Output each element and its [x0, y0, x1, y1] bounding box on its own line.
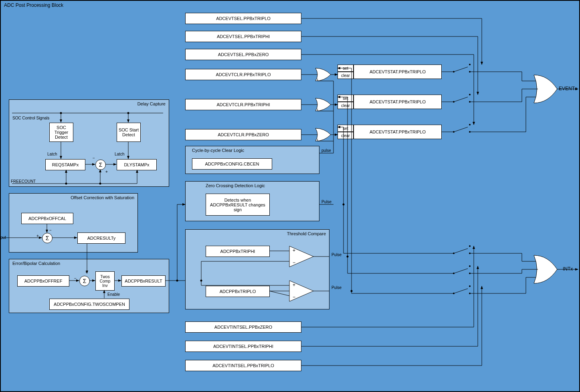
error-bipolar-title: Error/Bipolar Calculation: [12, 261, 60, 266]
pulse-label-2: Pulse: [321, 200, 331, 204]
zero-detect: Detects when ADCPPBxRESULT changes sign: [206, 194, 270, 216]
twos-comp-inv: Twos Comp Inv: [95, 271, 115, 291]
diagram-title: ADC Post Processing Block: [4, 2, 63, 8]
cycle-clear-title: Cycle-by-cycle Clear Logic: [192, 148, 244, 153]
twoscompen: ADCPPBxCONFIG.TWOSCOMPEN: [49, 299, 129, 310]
cbcen: ADCPPBxCONFIG.CBCEN: [192, 158, 272, 170]
svg-line-19: [454, 249, 468, 253]
eventx-output: EVENTx: [559, 86, 577, 91]
clear-label-2: clear: [337, 102, 354, 109]
minus-delay: −: [93, 156, 95, 160]
pulse-label-4: Pulse: [331, 285, 342, 290]
svg-point-6: [469, 64, 471, 65]
latch-1: Latch: [47, 152, 57, 156]
pulse-label-1: pulse: [321, 148, 331, 153]
adcresulty: ADCRESULTy: [77, 232, 125, 244]
plus-delay: +: [105, 170, 108, 174]
svg-point-21: [469, 273, 471, 274]
triphi: ADCPPBxTRIPHI: [206, 246, 270, 257]
svg-point-18: [469, 245, 471, 247]
sigma-error: Σ: [79, 276, 90, 286]
adc-post-processing-block: ADC Post Processing Block ADCEVTSEL.PPBx…: [0, 0, 580, 392]
adcppbxresult: ADCPPBxRESULT: [121, 275, 166, 287]
enable-label: Enable: [107, 292, 120, 297]
reg-adcevtclr-triplo: ADCEVTCLR.PPBxTRIPLO: [185, 69, 301, 80]
svg-point-20: [453, 273, 455, 274]
reqstamp: REQSTAMPx: [45, 159, 85, 170]
offset-correction-title: Offset Correction with Saturation: [71, 195, 134, 200]
svg-point-17: [469, 253, 471, 254]
svg-line-23: [454, 269, 468, 273]
reg-adcevtstat-2: ADCEVTSTAT.PPBxTRIPLO: [354, 95, 442, 109]
plus-error: +: [85, 270, 88, 274]
threshold-title: Threshold Compare: [287, 231, 326, 236]
svg-point-24: [453, 293, 455, 294]
plus-offset: +: [36, 234, 39, 238]
svg-point-5: [469, 71, 471, 73]
svg-point-13: [469, 131, 471, 133]
triplo: ADCPPBxTRIPLO: [206, 286, 270, 297]
svg-point-56: [176, 280, 178, 282]
soc-start-detect: SOC Start Detect: [117, 123, 141, 142]
soc-trigger-detect: SOC Trigger Detect: [49, 123, 73, 142]
reg-adcevtsel-zero: ADCEVTSEL.PPBxZERO: [185, 49, 301, 60]
clear-label-3: clear: [337, 132, 354, 139]
reg-adcevtintsel-zero: ADCEVTINTSEL.PPBxZERO: [185, 321, 301, 333]
sigma-offset: Σ: [42, 233, 53, 243]
svg-line-15: [454, 127, 468, 132]
cycle-clear-block: Cycle-by-cycle Clear Logic ADCPPBxCONFIG…: [185, 146, 319, 174]
offcal: ADCPPBxOFFCAL: [21, 213, 73, 224]
reg-adcevtstat-3: ADCEVTSTAT.PPBxTRIPLO: [354, 125, 442, 139]
reg-adcevtsel-triphi: ADCEVTSEL.PPBxTRIPHI: [185, 31, 301, 42]
reg-adcevtintsel-triphi: ADCEVTINTSEL.PPBxTRIPHI: [185, 341, 301, 352]
zero-crossing-block: Zero Crossing Detection Logic Detects wh…: [185, 181, 319, 221]
error-bipolar-block: Error/Bipolar Calculation ADCPPBxOFFREF …: [9, 259, 169, 313]
soc-signals-label: SOC Control Signals: [12, 116, 49, 120]
delay-capture-block: Delay Capture SOC Control Signals SOC Tr…: [9, 99, 169, 187]
adc-output-label: ADC Output: [0, 235, 6, 240]
svg-point-12: [453, 131, 455, 133]
threshold-block: Threshold Compare ADCPPBxTRIPHI ADCPPBxT…: [185, 229, 329, 309]
svg-point-65: [351, 290, 353, 292]
reg-adcevtstat-1: ADCEVTSTAT.PPBxTRIPLO: [354, 65, 442, 79]
offset-correction-block: Offset Correction with Saturation ADCPPB…: [9, 193, 138, 253]
svg-point-8: [453, 101, 455, 103]
svg-point-64: [347, 256, 349, 258]
svg-line-11: [454, 97, 468, 102]
reg-adcevtclr-zero: ADCEVTCLR.PPBxZERO: [185, 129, 301, 140]
reg-adcevtsel-triplo: ADCEVTSEL.PPBxTRIPLO: [185, 13, 301, 24]
svg-point-10: [469, 94, 471, 95]
dlystamp: DLYSTAMPx: [117, 159, 157, 170]
svg-point-22: [469, 265, 471, 267]
set-label-3: set: [337, 125, 354, 132]
reg-adcevtclr-triphi: ADCEVTCLR.PPBxTRIPHI: [185, 99, 301, 110]
svg-point-9: [469, 101, 471, 103]
svg-line-7: [454, 67, 468, 72]
set-label-2: set: [337, 95, 354, 102]
svg-point-25: [469, 293, 471, 294]
set-label-1: set: [337, 65, 354, 72]
svg-point-16: [453, 253, 455, 254]
reg-adcevtintsel-triplo: ADCEVTINTSEL.PPBxTRIPLO: [185, 360, 301, 371]
zero-crossing-title: Zero Crossing Detection Logic: [206, 183, 265, 188]
latch-2: Latch: [115, 152, 124, 156]
intx-output: INTx: [563, 266, 573, 272]
svg-point-4: [453, 71, 455, 73]
svg-line-27: [454, 289, 468, 293]
pulse-label-3: Pulse: [331, 253, 342, 257]
freecount-label: FREECOUNT: [11, 179, 36, 184]
minus-error: −: [74, 276, 77, 281]
minus-offset: −: [49, 228, 52, 232]
clear-label-1: clear: [337, 72, 354, 79]
sigma-delay: Σ: [95, 160, 106, 170]
offref: ADCPPBxOFFREF: [17, 275, 69, 287]
svg-point-26: [469, 285, 471, 287]
svg-point-14: [469, 124, 471, 125]
delay-capture-title: Delay Capture: [137, 101, 166, 106]
svg-point-66: [343, 204, 345, 206]
